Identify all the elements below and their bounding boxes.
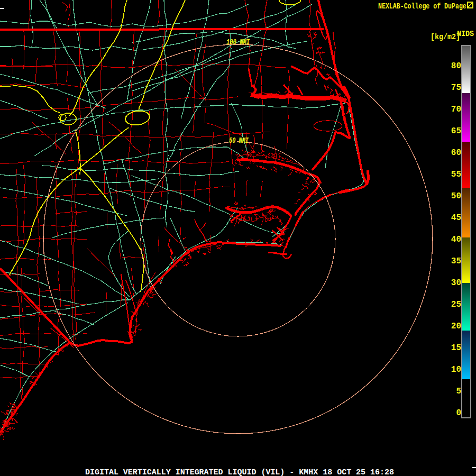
svg-text:15: 15 (451, 343, 461, 353)
svg-text:DIGITAL VERTICALLY INTEGRATED: DIGITAL VERTICALLY INTEGRATED LIQUID (VI… (85, 468, 394, 476)
svg-text:60: 60 (451, 148, 461, 158)
svg-text:70: 70 (451, 105, 461, 114)
svg-text:75: 75 (451, 83, 461, 93)
svg-text:10: 10 (451, 365, 461, 374)
svg-text:50 NMI: 50 NMI (229, 136, 249, 145)
svg-text:50: 50 (451, 191, 461, 201)
svg-text:80: 80 (451, 61, 461, 71)
svg-text:5: 5 (456, 387, 461, 396)
svg-text:0: 0 (456, 408, 461, 418)
svg-text:45: 45 (451, 213, 461, 223)
svg-text:40: 40 (451, 235, 461, 244)
svg-text:35: 35 (451, 257, 461, 266)
svg-text:25: 25 (451, 300, 461, 309)
svg-text:[kg/m2]: [kg/m2] (431, 32, 460, 41)
svg-text:30: 30 (451, 278, 461, 288)
svg-text:65: 65 (451, 126, 461, 136)
svg-text:55: 55 (451, 170, 461, 179)
svg-text:100 NMI: 100 NMI (226, 38, 250, 47)
svg-text:20: 20 (451, 322, 461, 331)
svg-text:NEXLAB-College of DuPage: NEXLAB-College of DuPage (378, 2, 466, 11)
